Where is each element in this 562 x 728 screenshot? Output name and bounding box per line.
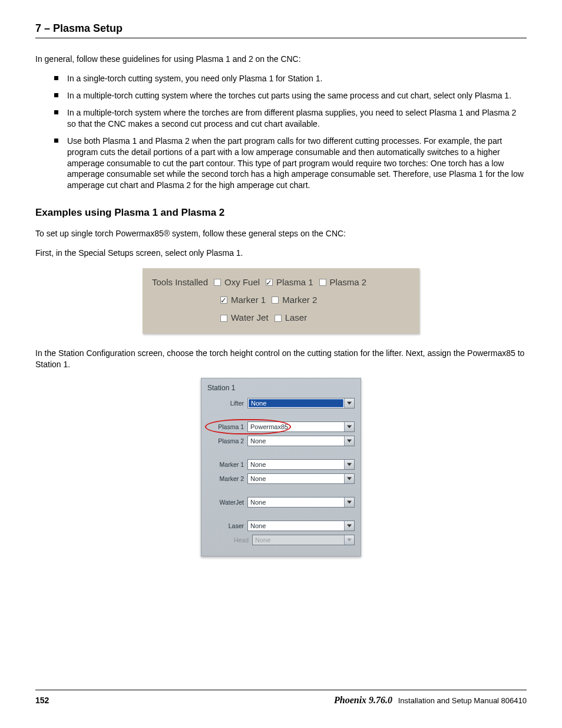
combo-value: None <box>249 399 343 407</box>
field-marker2: Marker 2 None <box>207 473 355 484</box>
svg-marker-6 <box>347 524 352 527</box>
combo-value: None <box>248 498 344 507</box>
chevron-down-icon[interactable] <box>344 460 354 469</box>
field-waterjet: WaterJet None <box>207 497 355 508</box>
station-config-panel: Station 1 Lifter None Plasma 1 Powermax8… <box>201 378 361 556</box>
field-label: Laser <box>207 522 247 530</box>
chevron-down-icon[interactable] <box>344 422 354 431</box>
checkbox-icon <box>275 315 282 322</box>
checkbox-label: Marker 1 <box>231 294 266 306</box>
field-label: Lifter <box>207 399 247 407</box>
checkbox-label: Oxy Fuel <box>224 276 260 288</box>
checkbox-icon <box>319 279 326 286</box>
list-item: In a multiple-torch cutting system where… <box>54 90 527 101</box>
field-plasma1: Plasma 1 Powermax85 <box>207 421 355 432</box>
checkbox-label: Plasma 2 <box>330 276 367 288</box>
checkbox-label: Marker 2 <box>282 294 317 306</box>
field-label: Head <box>225 536 252 544</box>
svg-marker-7 <box>347 538 352 541</box>
setup-paragraph: To set up single torch Powermax85® syste… <box>35 228 527 239</box>
chevron-down-icon[interactable] <box>344 474 354 483</box>
checkbox-label: Plasma 1 <box>276 276 313 288</box>
checkbox-icon <box>214 279 221 286</box>
combo-marker2[interactable]: None <box>247 473 355 484</box>
field-head: Head None <box>207 535 355 545</box>
svg-marker-2 <box>347 439 352 442</box>
list-item: In a single-torch cutting system, you ne… <box>54 73 527 84</box>
footer-rule <box>35 690 527 690</box>
list-item: Use both Plasma 1 and Plasma 2 when the … <box>54 136 527 191</box>
combo-value: None <box>248 521 344 531</box>
checkbox-icon <box>220 297 227 304</box>
svg-marker-5 <box>347 500 352 503</box>
chevron-down-icon[interactable] <box>344 436 354 446</box>
field-label: Marker 2 <box>207 475 247 483</box>
checkbox-label: Laser <box>285 312 308 324</box>
chevron-down-icon[interactable] <box>344 498 354 507</box>
tools-label: Tools Installed <box>152 276 208 288</box>
svg-marker-0 <box>347 401 352 404</box>
page-footer: 152 Phoenix 9.76.0 Installation and Setu… <box>35 694 527 707</box>
field-label: Plasma 1 <box>207 423 247 431</box>
combo-lifter[interactable]: None <box>247 398 355 409</box>
combo-value: None <box>248 436 344 446</box>
chapter-heading: 7 – Plasma Setup <box>35 21 527 38</box>
checkbox-marker-2[interactable]: Marker 2 <box>272 294 317 306</box>
guidelines-list: In a single-torch cutting system, you ne… <box>35 73 527 191</box>
combo-waterjet[interactable]: None <box>247 497 355 508</box>
manual-title: Installation and Setup Manual 806410 <box>398 696 527 705</box>
footer-text: Phoenix 9.76.0 Installation and Setup Ma… <box>334 694 527 707</box>
svg-marker-1 <box>347 425 352 428</box>
list-item: In a multiple-torch system where the tor… <box>54 107 527 130</box>
checkbox-icon <box>266 279 273 286</box>
field-label: Plasma 2 <box>207 437 247 445</box>
product-name: Phoenix 9.76.0 <box>334 695 392 705</box>
combo-value: None <box>248 474 344 483</box>
chevron-down-icon[interactable] <box>344 398 354 408</box>
checkbox-plasma-2[interactable]: Plasma 2 <box>319 276 367 288</box>
field-label: Marker 1 <box>207 460 247 469</box>
combo-value: None <box>253 535 344 545</box>
intro-paragraph: In general, follow these guidelines for … <box>35 54 527 65</box>
station-paragraph: In the Station Configuration screen, cho… <box>35 348 527 370</box>
tools-installed-panel: Tools Installed Oxy Fuel Plasma 1 Plasma… <box>143 268 419 334</box>
field-marker1: Marker 1 None <box>207 459 355 470</box>
page-number: 152 <box>35 695 49 706</box>
combo-plasma1[interactable]: Powermax85 <box>247 421 355 432</box>
checkbox-icon <box>272 297 279 304</box>
combo-laser[interactable]: None <box>247 521 355 531</box>
field-lifter: Lifter None <box>207 398 355 409</box>
field-plasma2: Plasma 2 None <box>207 436 355 446</box>
checkbox-water-jet[interactable]: Water Jet <box>220 312 269 324</box>
checkbox-plasma-1[interactable]: Plasma 1 <box>266 276 313 288</box>
checkbox-icon <box>220 315 227 322</box>
svg-marker-3 <box>347 463 352 466</box>
checkbox-label: Water Jet <box>231 312 269 324</box>
field-label: WaterJet <box>207 498 247 506</box>
checkbox-oxy-fuel[interactable]: Oxy Fuel <box>214 276 260 288</box>
checkbox-laser[interactable]: Laser <box>275 312 308 324</box>
chevron-down-icon <box>344 535 354 545</box>
combo-value: Powermax85 <box>248 422 344 431</box>
section-heading: Examples using Plasma 1 and Plasma 2 <box>35 206 527 220</box>
field-laser: Laser None <box>207 521 355 531</box>
combo-plasma2[interactable]: None <box>247 436 355 446</box>
combo-marker1[interactable]: None <box>247 459 355 470</box>
checkbox-marker-1[interactable]: Marker 1 <box>220 294 266 306</box>
svg-marker-4 <box>347 477 352 480</box>
combo-head: None <box>252 535 355 545</box>
first-step-paragraph: First, in the Special Setups screen, sel… <box>35 248 527 259</box>
combo-value: None <box>248 460 344 469</box>
station-title: Station 1 <box>207 383 355 393</box>
chevron-down-icon[interactable] <box>344 521 354 531</box>
